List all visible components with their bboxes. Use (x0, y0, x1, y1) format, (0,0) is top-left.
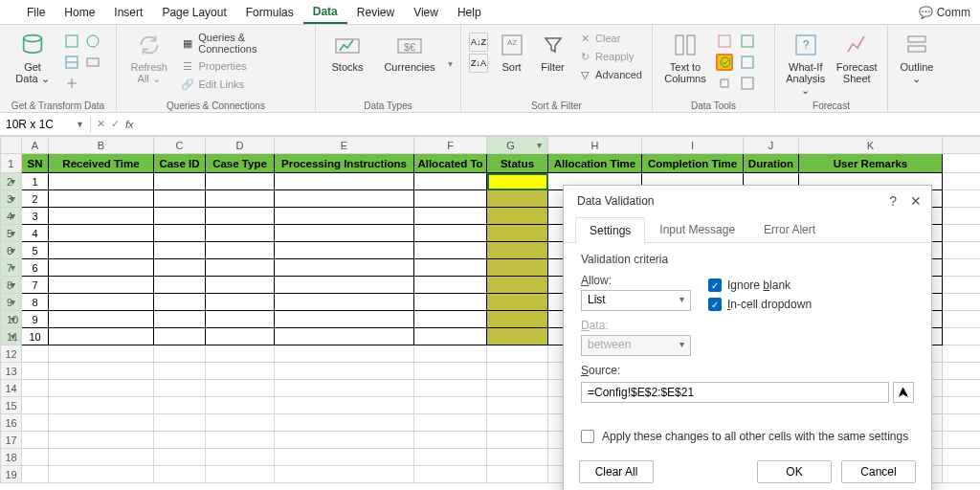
allow-label: Allow: (581, 274, 691, 287)
col-F[interactable]: F (414, 137, 487, 154)
datatypes-overflow[interactable]: ▾ (448, 58, 453, 69)
group-label-qc: Queries & Connections (124, 100, 307, 111)
tab-page-layout[interactable]: Page Layout (152, 2, 235, 23)
outline-icon (902, 31, 931, 59)
tab-insert[interactable]: Insert (104, 2, 152, 23)
tab-settings[interactable]: Settings (575, 217, 645, 243)
stocks-button[interactable]: Stocks (323, 27, 371, 73)
ok-button[interactable]: OK (757, 460, 832, 483)
svg-text:?: ? (802, 38, 809, 52)
tab-data[interactable]: Data (303, 1, 347, 24)
recent-sources-icon[interactable] (84, 54, 101, 71)
col-D[interactable]: D (206, 137, 275, 154)
col-H[interactable]: H (548, 137, 642, 154)
links-icon: 🔗 (181, 78, 194, 91)
forecast-sheet-button[interactable]: Forecast Sheet (835, 27, 880, 84)
svg-text:AZ: AZ (506, 38, 516, 47)
svg-rect-5 (87, 58, 99, 66)
cell-G2[interactable] (487, 173, 548, 190)
dialog-tabs: Settings Input Message Error Alert (564, 216, 931, 243)
enter-formula-icon[interactable]: ✓ (111, 118, 120, 130)
properties-button[interactable]: ☰Properties (179, 58, 307, 74)
filter-button[interactable]: Filter (535, 27, 570, 73)
sort-asc-button[interactable]: A↓Z (469, 33, 488, 52)
apply-all-checkbox[interactable] (581, 430, 594, 443)
relationships-icon[interactable] (716, 75, 733, 92)
clear-all-button[interactable]: Clear All (579, 460, 654, 483)
help-button[interactable]: ? (889, 193, 897, 209)
edit-links-button[interactable]: 🔗Edit Links (179, 77, 307, 92)
range-picker-button[interactable]: ⮝ (893, 382, 914, 403)
col-I[interactable]: I (642, 137, 744, 154)
tab-review[interactable]: Review (347, 2, 404, 23)
tab-home[interactable]: Home (55, 2, 104, 23)
tab-error-alert[interactable]: Error Alert (749, 216, 830, 242)
svg-rect-6 (336, 39, 359, 53)
svg-rect-1 (66, 35, 78, 47)
funnel-icon (539, 31, 568, 59)
getdata-mini-buttons (63, 27, 101, 92)
remove-dup-icon[interactable] (739, 33, 756, 50)
fx-icon[interactable]: fx (125, 119, 134, 130)
advanced-icon: ▽ (578, 68, 591, 81)
queries-connections-button[interactable]: ▦Queries & Connections (179, 31, 307, 56)
text-to-columns-button[interactable]: Text to Columns (660, 27, 710, 84)
col-G[interactable]: G (487, 137, 548, 154)
tab-view[interactable]: View (404, 2, 448, 23)
sort-az-buttons: A↓Z Z↓A (469, 27, 488, 73)
source-input[interactable] (581, 382, 889, 403)
data-validation-button[interactable] (716, 54, 733, 71)
refresh-all-button[interactable]: Refresh All ⌄ (124, 27, 173, 84)
select-all[interactable] (1, 137, 22, 154)
cancel-button[interactable]: Cancel (841, 460, 916, 483)
tab-input-message[interactable]: Input Message (645, 216, 749, 242)
comments-button[interactable]: 💬 Comm (913, 4, 976, 21)
col-E[interactable]: E (275, 137, 414, 154)
col-L[interactable] (943, 137, 981, 154)
sort-desc-button[interactable]: Z↓A (469, 54, 488, 73)
currencies-icon: $€ (395, 31, 424, 59)
ignore-blank-checkbox[interactable]: ✓Ignore blank (708, 278, 812, 292)
col-A[interactable]: A (22, 137, 49, 154)
advanced-filter-button[interactable]: ▽Advanced (576, 67, 644, 82)
tab-help[interactable]: Help (448, 2, 491, 23)
clear-icon: ✕ (578, 32, 591, 45)
reapply-button[interactable]: ↻Reapply (576, 49, 644, 64)
consolidate-icon[interactable] (739, 54, 756, 71)
sort-button[interactable]: AZ Sort (494, 27, 529, 73)
from-text-icon[interactable] (63, 33, 80, 50)
get-data-button[interactable]: Get Data ⌄ (8, 27, 57, 84)
svg-rect-21 (908, 46, 925, 52)
col-B[interactable]: B (49, 137, 154, 154)
svg-rect-12 (687, 35, 695, 55)
group-label-datatools: Data Tools (660, 100, 767, 111)
from-web-icon[interactable] (84, 33, 101, 50)
col-C[interactable]: C (154, 137, 206, 154)
tab-file[interactable]: File (17, 2, 55, 23)
existing-conn-icon[interactable] (63, 75, 80, 92)
flash-fill-icon[interactable] (716, 33, 733, 50)
formula-bar: 10R x 1C▼ ✕ ✓ fx (0, 113, 980, 136)
incell-dropdown-checkbox[interactable]: ✓In-cell dropdown (708, 298, 812, 311)
outline-button[interactable]: Outline ⌄ (896, 27, 938, 84)
name-box[interactable]: 10R x 1C▼ (0, 116, 91, 133)
cancel-formula-icon[interactable]: ✕ (97, 118, 105, 130)
from-table-icon[interactable] (63, 54, 80, 71)
col-K[interactable]: K (799, 137, 943, 154)
data-select: between (581, 335, 691, 356)
collapse-icon: ⮝ (898, 386, 909, 399)
connections-icon: ▦ (181, 36, 194, 50)
col-J[interactable]: J (744, 137, 799, 154)
source-label: Source: (581, 364, 914, 377)
ribbon: Get Data ⌄ Get & Transform Data Refresh … (0, 25, 980, 113)
whatif-button[interactable]: ? What-If Analysis ⌄ (783, 27, 829, 96)
close-button[interactable]: ✕ (910, 193, 922, 209)
svg-point-15 (721, 57, 730, 67)
data-model-icon[interactable] (739, 75, 756, 92)
clear-filter-button[interactable]: ✕Clear (576, 31, 644, 46)
allow-select[interactable]: List (581, 290, 691, 311)
tab-formulas[interactable]: Formulas (236, 2, 303, 23)
currencies-button[interactable]: $€ Currencies (385, 27, 434, 73)
dialog-title: Data Validation (577, 194, 655, 208)
group-label-sortfilter: Sort & Filter (469, 100, 644, 111)
